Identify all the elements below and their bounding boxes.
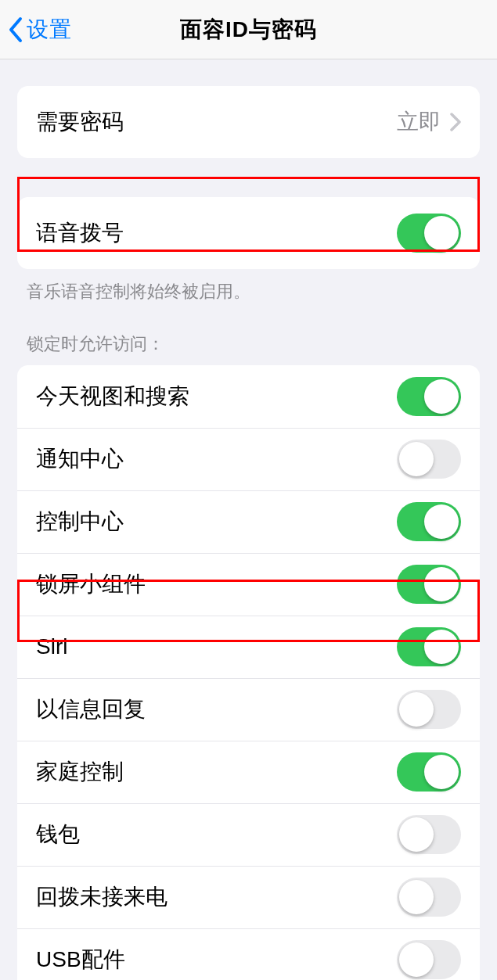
back-chevron-icon: [8, 16, 23, 43]
lock-item-label: 回拨未接来电: [36, 882, 167, 912]
lock-item-row: USB配件: [17, 928, 480, 980]
lock-item-toggle[interactable]: [397, 502, 461, 541]
voice-dial-footer: 音乐语音控制将始终被启用。: [27, 280, 480, 304]
lock-item-row: 以信息回复: [17, 678, 480, 741]
lock-item-toggle[interactable]: [397, 752, 461, 792]
back-button[interactable]: 设置: [8, 15, 72, 45]
lock-item-label: 家庭控制: [36, 757, 124, 787]
lock-item-row: 控制中心: [17, 490, 480, 553]
lock-item-toggle[interactable]: [397, 690, 461, 729]
lock-item-label: 钱包: [36, 820, 80, 849]
lock-item-label: USB配件: [36, 945, 125, 975]
lock-item-label: 今天视图和搜索: [36, 382, 189, 411]
voice-dial-toggle[interactable]: [397, 214, 461, 253]
lock-item-label: 以信息回复: [36, 695, 146, 724]
voice-dial-label: 语音拨号: [36, 218, 124, 248]
lock-item-toggle[interactable]: [397, 940, 461, 979]
lock-access-header: 锁定时允许访问：: [27, 332, 463, 356]
lock-item-row: 钱包: [17, 803, 480, 866]
lock-item-toggle[interactable]: [397, 565, 461, 604]
require-passcode-value: 立即: [397, 107, 441, 137]
lock-item-row: 家庭控制: [17, 741, 480, 803]
lock-item-toggle[interactable]: [397, 440, 461, 479]
page-title: 面容ID与密码: [180, 15, 317, 45]
lock-item-row: 锁屏小组件: [17, 553, 480, 616]
lock-item-toggle[interactable]: [397, 878, 461, 917]
lock-item-row: 回拨未接来电: [17, 866, 480, 928]
lock-item-toggle[interactable]: [397, 815, 461, 854]
lock-item-label: 控制中心: [36, 507, 124, 537]
lock-item-row: 通知中心: [17, 428, 480, 490]
lock-item-toggle[interactable]: [397, 627, 461, 666]
lock-item-row: 今天视图和搜索: [17, 365, 480, 428]
voice-dial-row: 语音拨号: [17, 197, 480, 269]
require-passcode-row[interactable]: 需要密码 立即: [17, 86, 480, 158]
nav-bar: 设置 面容ID与密码: [0, 0, 497, 59]
lock-item-row: Siri: [17, 616, 480, 678]
lock-item-toggle[interactable]: [397, 377, 461, 416]
lock-item-label: Siri: [36, 634, 67, 659]
chevron-right-icon: [450, 113, 461, 131]
require-passcode-label: 需要密码: [36, 107, 124, 137]
lock-item-label: 通知中心: [36, 444, 124, 474]
back-label: 设置: [27, 15, 72, 45]
lock-item-label: 锁屏小组件: [36, 569, 146, 599]
